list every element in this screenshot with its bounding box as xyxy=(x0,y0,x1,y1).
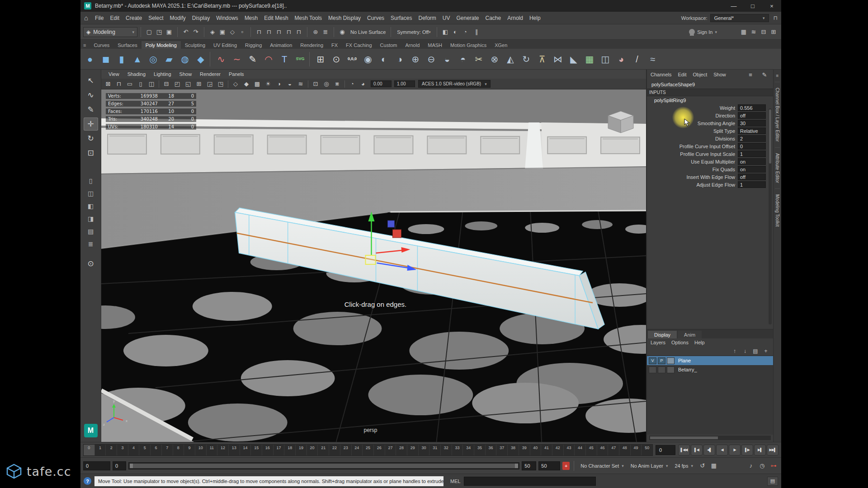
auto-keyframe-icon[interactable]: ⊶ xyxy=(769,461,778,470)
timeline-tick-19[interactable]: 19 xyxy=(295,445,307,455)
gamma-field[interactable]: 1.00 xyxy=(394,80,415,87)
command-language-label[interactable]: MEL xyxy=(450,479,461,484)
redo-icon[interactable]: ↷ xyxy=(191,27,201,37)
menu-deform[interactable]: Deform xyxy=(415,13,439,23)
panel-menu-shading[interactable]: Shading xyxy=(124,70,149,78)
attr-value-insert-with-edge-flow[interactable]: off xyxy=(738,174,766,180)
input-node-name[interactable]: polySplitRing9 xyxy=(647,96,773,104)
shelf-reduce-icon[interactable]: ◓ xyxy=(455,51,471,68)
shadows-icon[interactable]: ◑ xyxy=(274,79,284,89)
new-scene-icon[interactable]: ▢ xyxy=(144,27,154,37)
shelf-type-text-icon[interactable]: T xyxy=(277,51,292,68)
ipr-render-icon[interactable]: ◐ xyxy=(450,27,460,37)
go-to-end-button[interactable]: ▶▶▌ xyxy=(767,445,778,455)
timeline-tick-49[interactable]: 49 xyxy=(630,445,642,455)
timeline-tick-25[interactable]: 25 xyxy=(362,445,373,455)
timeline-tick-32[interactable]: 32 xyxy=(440,445,452,455)
attr-value-profile-curve-input-offset[interactable]: 0 xyxy=(738,143,766,150)
layer-menu-help[interactable]: Help xyxy=(694,340,705,345)
timeline-tick-35[interactable]: 35 xyxy=(474,445,485,455)
motion-blur-icon[interactable]: ≋ xyxy=(296,79,306,89)
shelf-type-table-icon[interactable]: ⊞ xyxy=(313,51,328,68)
timeline-tick-14[interactable]: 14 xyxy=(240,445,251,455)
audio-icon[interactable]: ♪ xyxy=(746,461,756,470)
timeline-tick-48[interactable]: 48 xyxy=(619,445,630,455)
xray-joints-icon[interactable]: ⋇ xyxy=(332,79,342,89)
undo-icon[interactable]: ↶ xyxy=(181,27,191,37)
scrollbar-thumb[interactable] xyxy=(769,109,771,164)
layout-shortcut-icon[interactable]: ⊞ xyxy=(769,27,778,37)
shelf-knife-icon[interactable]: / xyxy=(629,51,645,68)
command-input[interactable] xyxy=(464,477,596,486)
layer-playback-toggle[interactable] xyxy=(658,366,665,373)
shelf-combine-icon[interactable]: ⊕ xyxy=(408,51,423,68)
select-tool[interactable]: ↖ xyxy=(84,74,98,87)
timeline-tick-45[interactable]: 45 xyxy=(585,445,597,455)
timeline-tick-24[interactable]: 24 xyxy=(351,445,363,455)
side-tab-attribute-editor[interactable]: Attribute Editor xyxy=(775,147,780,188)
shelf-tab-fx-caching[interactable]: FX Caching xyxy=(342,41,376,49)
timeline-tick-26[interactable]: 26 xyxy=(373,445,385,455)
make-live-icon[interactable]: ◉ xyxy=(337,27,347,37)
red-box-object[interactable] xyxy=(392,230,401,238)
home-icon[interactable]: ⌂ xyxy=(84,14,88,22)
wireframe-icon[interactable]: ◇ xyxy=(231,79,241,89)
timeline-tick-31[interactable]: 31 xyxy=(429,445,440,455)
timeline-tick-42[interactable]: 42 xyxy=(552,445,563,455)
viewport-scene[interactable]: Click-drag on edges. Click-drag on edges… xyxy=(101,89,646,442)
timeline-tick-8[interactable]: 8 xyxy=(173,445,184,455)
selection-mask-icon[interactable]: ▫ xyxy=(237,27,247,37)
timeline-tick-34[interactable]: 34 xyxy=(462,445,474,455)
shelf-tab-surfaces[interactable]: Surfaces xyxy=(113,41,141,49)
isolate-select-icon[interactable]: ⊡ xyxy=(311,79,321,89)
dock-menu-icon[interactable]: ≡ xyxy=(776,73,779,78)
menu-file[interactable]: File xyxy=(92,13,107,23)
shelf-smooth-icon[interactable]: ◒ xyxy=(439,51,455,68)
channel-menu-show[interactable]: Show xyxy=(713,72,726,77)
timeline-tick-1[interactable]: 1 xyxy=(94,445,106,455)
scene-3d-render[interactable]: Click-drag on edges. Click-drag on edges… xyxy=(101,89,646,442)
exposure-field[interactable]: 0.00 xyxy=(371,80,392,87)
shelf-tab-animation[interactable]: Animation xyxy=(266,41,296,49)
menu-set-select[interactable]: ◈ Modeling ▾ xyxy=(83,27,137,37)
textured-icon[interactable]: ▩ xyxy=(252,79,262,89)
timeline-tick-44[interactable]: 44 xyxy=(574,445,585,455)
channel-settings-icon[interactable]: ≡ xyxy=(745,70,755,80)
lasso-tool[interactable]: ∿ xyxy=(84,89,98,102)
timeline-tick-13[interactable]: 13 xyxy=(228,445,240,455)
hypergraph-icon[interactable]: ▦ xyxy=(709,461,719,470)
titlebar[interactable]: M Betarry.mb* - Autodesk MAYA 2025.1: E:… xyxy=(80,0,781,12)
range-end-handle[interactable] xyxy=(515,464,518,468)
range-slider-track[interactable] xyxy=(128,462,519,469)
panel-menu-renderer[interactable]: Renderer xyxy=(196,70,224,78)
create-layer-from-selected-icon[interactable]: + xyxy=(762,347,769,355)
shelf-tab-rendering[interactable]: Rendering xyxy=(296,41,327,49)
select-camera-icon[interactable]: ⊠ xyxy=(103,79,113,89)
lights-icon[interactable]: ☀ xyxy=(263,79,273,89)
script-editor-icon[interactable]: ▤ xyxy=(767,477,778,486)
menu-surfaces[interactable]: Surfaces xyxy=(387,13,415,23)
shelf-tab-custom[interactable]: Custom xyxy=(376,41,401,49)
layer-menu-layers[interactable]: Layers xyxy=(651,340,665,345)
shelf-sphere-icon[interactable]: ● xyxy=(82,51,98,68)
timeline-tick-9[interactable]: 9 xyxy=(184,445,195,455)
timeline-tick-43[interactable]: 43 xyxy=(563,445,575,455)
shelf-tab-uv-editing[interactable]: UV Editing xyxy=(209,41,241,49)
timeline-tick-41[interactable]: 41 xyxy=(541,445,552,455)
timeline-tick-29[interactable]: 29 xyxy=(407,445,418,455)
blue-box-object[interactable] xyxy=(387,221,394,227)
shelf-cube-icon[interactable]: ◼ xyxy=(98,51,113,68)
lock-icon[interactable]: ⊓ xyxy=(774,15,778,21)
panel-menu-panels[interactable]: Panels xyxy=(225,70,248,78)
menu-help[interactable]: Help xyxy=(526,13,544,23)
timeline-tick-3[interactable]: 3 xyxy=(117,445,128,455)
attr-value-use-equal-multiplier[interactable]: on xyxy=(738,158,766,165)
side-tab-channel-box-layer-editor[interactable]: Channel Box / Layer Editor xyxy=(775,82,780,147)
outliner-panel-layout[interactable]: ▤ xyxy=(84,225,98,237)
select-hierarchy-icon[interactable]: ◈ xyxy=(208,27,217,37)
attr-value-smoothing-angle[interactable]: 30 xyxy=(738,120,766,127)
sign-in-button[interactable]: Sign In ▾ xyxy=(689,29,717,35)
grid-display-icon[interactable]: ▦ xyxy=(739,27,749,37)
nurbs-precision-icon[interactable]: ≋ xyxy=(749,27,759,37)
timeline-tick-37[interactable]: 37 xyxy=(496,445,507,455)
